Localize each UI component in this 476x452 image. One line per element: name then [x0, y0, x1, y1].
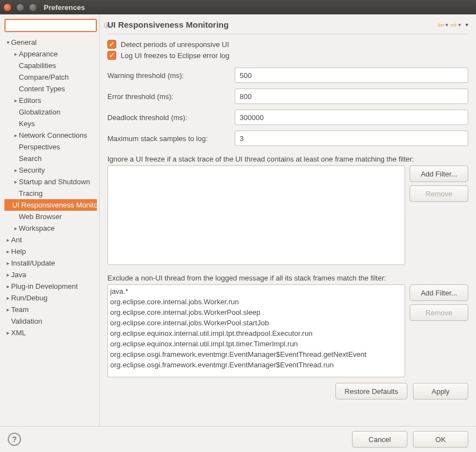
warning-input[interactable]: [235, 67, 468, 83]
list-item[interactable]: org.eclipse.core.internal.jobs.Worker.ru…: [110, 297, 402, 307]
preferences-tree[interactable]: ▾General▸AppearanceCapabilitiesCompare/P…: [4, 37, 97, 422]
nav-back-menu-icon[interactable]: ▾: [446, 22, 448, 28]
tree-item-label: Keys: [19, 118, 35, 129]
tree-item[interactable]: Tracing: [4, 188, 97, 199]
tree-item-label: Plug-in Development: [11, 280, 78, 292]
list-item[interactable]: org.eclipse.equinox.internal.util.impl.t…: [110, 339, 402, 349]
tree-item[interactable]: Validation: [4, 315, 97, 327]
ok-button[interactable]: OK: [413, 431, 468, 448]
nav-arrows: ⇦▾ ⇨▾ ▾: [438, 20, 468, 29]
ignore-remove-button[interactable]: Remove: [410, 185, 468, 202]
tree-item[interactable]: ▸Team: [4, 304, 97, 315]
tree-item-label: Compare/Patch: [19, 71, 69, 83]
tree-item[interactable]: ▸Install/Update: [4, 257, 97, 269]
chevron-right-icon[interactable]: ▸: [4, 327, 11, 339]
tree-item-label: Install/Update: [11, 257, 55, 269]
restore-defaults-button[interactable]: Restore Defaults: [335, 383, 407, 399]
filter-input-wrap[interactable]: ⓧ: [4, 19, 97, 32]
detect-checkbox[interactable]: ✓: [107, 40, 116, 49]
ignore-section-label: Ignore a UI freeze if a stack trace of t…: [107, 155, 468, 163]
chevron-right-icon[interactable]: ▸: [4, 246, 11, 257]
chevron-right-icon[interactable]: ▸: [12, 95, 19, 106]
chevron-right-icon[interactable]: ▸: [4, 257, 11, 269]
log-row: ✓ Log UI freezes to Eclipse error log: [107, 51, 468, 60]
chevron-right-icon[interactable]: ▸: [12, 222, 19, 234]
chevron-right-icon[interactable]: ▸: [12, 164, 19, 176]
deadlock-input[interactable]: [235, 110, 468, 125]
chevron-right-icon[interactable]: ▸: [12, 129, 19, 141]
tree-item[interactable]: ▸Ant: [4, 234, 97, 246]
footer-buttons: Cancel OK: [352, 431, 468, 448]
tree-item-label: Validation: [11, 315, 42, 327]
tree-item[interactable]: Keys: [4, 118, 97, 129]
list-item[interactable]: org.eclipse.osgi.framework.eventmgr.Even…: [110, 349, 402, 360]
ignore-add-filter-button[interactable]: Add Filter...: [410, 165, 468, 182]
tree-item[interactable]: ▸Startup and Shutdown: [4, 176, 97, 188]
tree-item[interactable]: ▸Workspace: [4, 222, 97, 234]
tree-item-label: Globalization: [19, 106, 60, 118]
tree-item[interactable]: ▸Appearance: [4, 48, 97, 60]
window-close-icon[interactable]: [3, 3, 12, 12]
max-samples-input[interactable]: [235, 131, 468, 146]
cancel-button[interactable]: Cancel: [352, 431, 407, 448]
tree-item[interactable]: Capabilities: [4, 60, 97, 71]
nav-forward-icon[interactable]: ⇨: [451, 20, 457, 29]
list-item[interactable]: org.eclipse.equinox.internal.util.impl.t…: [110, 328, 402, 339]
tree-item[interactable]: Globalization: [4, 106, 97, 118]
help-icon[interactable]: ?: [8, 433, 21, 446]
tree-item-label: Editors: [19, 95, 41, 106]
tree-item[interactable]: UI Responsiveness Monitoring: [4, 199, 97, 211]
log-label: Log UI freezes to Eclipse error log: [121, 51, 230, 60]
exclude-filter-list[interactable]: java.*org.eclipse.core.internal.jobs.Wor…: [107, 284, 405, 377]
list-item[interactable]: org.eclipse.core.internal.jobs.WorkerPoo…: [110, 307, 402, 318]
ignore-filter-block: Add Filter... Remove: [107, 165, 468, 265]
nav-back-icon[interactable]: ⇦: [438, 20, 444, 29]
ignore-filter-list[interactable]: [107, 165, 405, 265]
page-menu-icon[interactable]: ▾: [465, 22, 468, 28]
error-input[interactable]: [235, 89, 468, 104]
tree-item[interactable]: ▸Java: [4, 269, 97, 280]
max-samples-label: Maximum stack samples to log:: [107, 134, 229, 143]
tree-item-label: Ant: [11, 234, 22, 246]
tree-item[interactable]: ▸Editors: [4, 95, 97, 106]
tree-item[interactable]: ▸Network Connections: [4, 129, 97, 141]
exclude-remove-button[interactable]: Remove: [410, 304, 468, 321]
tree-item[interactable]: ▾General: [4, 37, 97, 48]
tree-item[interactable]: ▸Help: [4, 246, 97, 257]
page-actions: Restore Defaults Apply: [107, 383, 468, 399]
tree-item[interactable]: Web Browser: [4, 211, 97, 222]
tree-item[interactable]: ▸XML: [4, 327, 97, 339]
chevron-right-icon[interactable]: ▸: [4, 234, 11, 246]
chevron-right-icon[interactable]: ▸: [4, 269, 11, 280]
nav-forward-menu-icon[interactable]: ▾: [458, 22, 461, 28]
chevron-right-icon[interactable]: ▸: [12, 48, 19, 60]
window-minimize-icon[interactable]: [16, 3, 24, 12]
tree-item-label: Appearance: [19, 48, 58, 60]
exclude-add-filter-button[interactable]: Add Filter...: [410, 284, 468, 301]
list-item[interactable]: java.*: [110, 286, 402, 297]
tree-item[interactable]: Compare/Patch: [4, 71, 97, 83]
chevron-right-icon[interactable]: ▸: [12, 176, 19, 188]
tree-item-label: Startup and Shutdown: [19, 176, 90, 188]
tree-item-label: Security: [19, 164, 45, 176]
tree-item[interactable]: Content Types: [4, 83, 97, 95]
warning-label: Warning threshold (ms):: [107, 71, 229, 80]
tree-item[interactable]: Search: [4, 153, 97, 164]
tree-item-label: Network Connections: [19, 129, 87, 141]
log-checkbox[interactable]: ✓: [107, 51, 116, 60]
list-item[interactable]: org.eclipse.osgi.framework.eventmgr.Even…: [110, 360, 402, 370]
tree-item-label: Perspectives: [19, 141, 60, 153]
tree-item[interactable]: ▸Plug-in Development: [4, 280, 97, 292]
chevron-right-icon[interactable]: ▸: [4, 304, 11, 315]
apply-button[interactable]: Apply: [413, 383, 468, 399]
filter-input[interactable]: [9, 21, 104, 30]
chevron-right-icon[interactable]: ▸: [4, 280, 11, 292]
chevron-right-icon[interactable]: ▸: [4, 292, 11, 304]
list-item[interactable]: org.eclipse.core.internal.jobs.WorkerPoo…: [110, 318, 402, 328]
window-maximize-icon[interactable]: [29, 3, 37, 12]
page-title: UI Responsiveness Monitoring: [107, 20, 229, 29]
tree-item[interactable]: Perspectives: [4, 141, 97, 153]
chevron-down-icon[interactable]: ▾: [4, 37, 11, 48]
tree-item[interactable]: ▸Run/Debug: [4, 292, 97, 304]
tree-item[interactable]: ▸Security: [4, 164, 97, 176]
